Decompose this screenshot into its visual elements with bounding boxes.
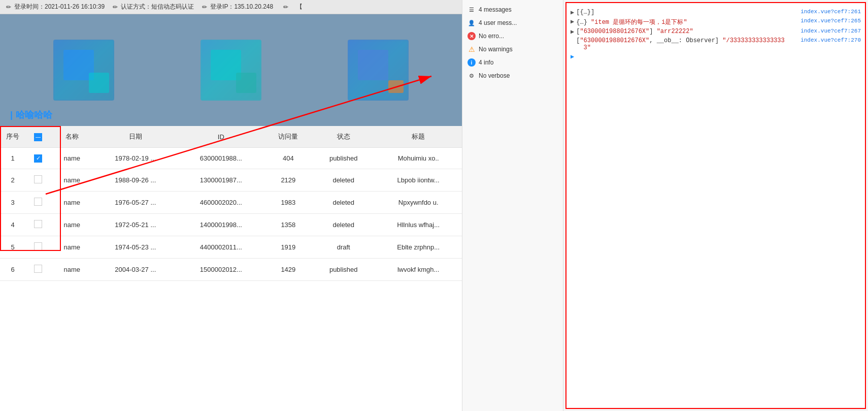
cell-visits: 404 xyxy=(264,148,313,169)
toggle-3[interactable]: ▶ xyxy=(571,28,574,36)
header-visits: 访问量 xyxy=(264,126,313,148)
select-all-checkbox[interactable] xyxy=(34,133,42,141)
edit-icon-auth: ✏ xyxy=(113,4,118,11)
cell-checkbox[interactable] xyxy=(25,258,51,280)
cell-name: name xyxy=(51,258,93,280)
table-row: 4name1972-05-21 ...1400001998...1358dele… xyxy=(0,213,462,236)
table-row: 6name2004-03-27 ...1500002012...1429publ… xyxy=(0,258,462,280)
row-checkbox[interactable] xyxy=(34,265,42,273)
toggle-5[interactable]: ▶ xyxy=(571,53,574,60)
cell-name: name xyxy=(51,148,93,169)
cell-date: 1978-02-19 ... xyxy=(93,148,178,169)
list-icon: ☰ xyxy=(468,6,476,14)
header-title: 标题 xyxy=(375,126,462,148)
console-label-user: 4 user mess... xyxy=(479,19,558,26)
console-filter-list: ☰4 messages👤4 user mess...✕No erro...⚠No… xyxy=(462,3,563,82)
cell-checkbox[interactable]: ✓ xyxy=(25,148,51,169)
bracket-text: 【 xyxy=(296,3,303,11)
cell-date: 1974-05-23 ... xyxy=(93,236,178,258)
table-row: 5name1974-05-23 ...4400002011...1919draf… xyxy=(0,236,462,258)
code-content-1: [{…}] xyxy=(576,9,798,16)
row-checkbox[interactable] xyxy=(34,175,42,183)
cell-date: 1988-09-26 ... xyxy=(93,169,178,191)
code-content-4: index.vue?cef7:270 ["6300001988012676X",… xyxy=(576,37,861,51)
cell-visits: 1983 xyxy=(264,191,313,213)
code-link-1[interactable]: index.vue?cef7:261 xyxy=(800,9,861,15)
table-row: 3name1976-05-27 ...4600002020...1983dele… xyxy=(0,191,462,213)
hero-section: 哈喻哈哈 xyxy=(0,14,462,126)
header-select[interactable] xyxy=(25,126,51,148)
cell-num: 1 xyxy=(0,148,25,169)
auth-method: ✏ 认证方式：短信动态码认证 xyxy=(113,3,194,11)
code-line-4: index.vue?cef7:270 ["6300001988012676X",… xyxy=(571,37,861,51)
cell-status: published xyxy=(312,258,375,280)
row-checkbox[interactable] xyxy=(34,198,42,206)
cell-name: name xyxy=(51,213,93,236)
cell-num: 2 xyxy=(0,169,25,191)
code-link-4[interactable]: index.vue?cef7:270 xyxy=(800,37,861,43)
cell-checkbox[interactable] xyxy=(25,236,51,258)
console-item-info[interactable]: i4 info xyxy=(462,56,563,69)
console-label-list: 4 messages xyxy=(479,6,558,13)
header-status: 状态 xyxy=(312,126,375,148)
top-bar: ✏ 登录时间：2021-011-26 16:10:39 ✏ 认证方式：短信动态码… xyxy=(0,0,462,14)
table-body: 1✓name1978-02-19 ...6300001988...404publ… xyxy=(0,148,462,281)
toggle-2[interactable]: ▶ xyxy=(571,18,574,25)
cell-status: draft xyxy=(312,236,375,258)
console-item-error[interactable]: ✕No erro... xyxy=(462,29,563,43)
cell-visits: 2129 xyxy=(264,169,313,191)
cell-num: 4 xyxy=(0,213,25,236)
cell-title: Lbpob iiontw... xyxy=(375,169,462,191)
cell-visits: 1429 xyxy=(264,258,313,280)
cell-date: 1976-05-27 ... xyxy=(93,191,178,213)
table-row: 1✓name1978-02-19 ...6300001988...404publ… xyxy=(0,148,462,169)
info-icon: i xyxy=(468,58,476,67)
row-checkbox[interactable] xyxy=(34,242,42,250)
cell-title: Hllnlus wfhaj... xyxy=(375,213,462,236)
console-label-warning: No warnings xyxy=(479,46,558,53)
toggle-1[interactable]: ▶ xyxy=(571,9,574,16)
code-line-1: ▶ [{…}] index.vue?cef7:261 xyxy=(571,9,861,16)
code-link-3[interactable]: index.vue?cef7:267 xyxy=(800,28,861,34)
cell-checkbox[interactable] xyxy=(25,213,51,236)
login-time: ✏ 登录时间：2021-011-26 16:10:39 xyxy=(6,3,105,11)
cell-num: 3 xyxy=(0,191,25,213)
cell-num: 5 xyxy=(0,236,25,258)
console-item-user[interactable]: 👤4 user mess... xyxy=(462,16,563,29)
data-table-area: 序号 名称 日期 ID 访问量 状态 标题 1✓name1978-02-1 xyxy=(0,126,462,411)
cell-visits: 1919 xyxy=(264,236,313,258)
cell-name: name xyxy=(51,169,93,191)
edit-icon-ip: ✏ xyxy=(202,4,207,11)
console-label-verbose: No verbose xyxy=(479,72,558,79)
cell-date: 1972-05-21 ... xyxy=(93,213,178,236)
console-item-warning[interactable]: ⚠No warnings xyxy=(462,43,563,56)
cell-id: 1500002012... xyxy=(178,258,264,280)
cell-status: deleted xyxy=(312,169,375,191)
user-icon: 👤 xyxy=(468,19,476,27)
code-output-panel: ▶ [{…}] index.vue?cef7:261 ▶ {…} "item 是… xyxy=(565,2,866,409)
cell-status: deleted xyxy=(312,191,375,213)
console-item-list[interactable]: ☰4 messages xyxy=(462,3,563,16)
code-content-2: {…} "item 是循环的每一项，i是下标" xyxy=(576,18,798,26)
console-label-info: 4 info xyxy=(479,59,558,66)
code-link-2[interactable]: index.vue?cef7:265 xyxy=(800,18,861,24)
login-ip: ✏ 登录IP：135.10.20.248 xyxy=(202,3,273,11)
cell-id: 4400002011... xyxy=(178,236,264,258)
row-checkbox[interactable]: ✓ xyxy=(34,154,42,163)
data-table: 序号 名称 日期 ID 访问量 状态 标题 1✓name1978-02-1 xyxy=(0,126,462,281)
cell-visits: 1358 xyxy=(264,213,313,236)
table-header-row: 序号 名称 日期 ID 访问量 状态 标题 xyxy=(0,126,462,148)
cell-title: Npxywnfdo u. xyxy=(375,191,462,213)
console-item-verbose[interactable]: ⚙No verbose xyxy=(462,69,563,82)
header-name: 名称 xyxy=(51,126,93,148)
row-checkbox[interactable] xyxy=(34,220,42,228)
hero-block-2 xyxy=(201,40,261,101)
cell-checkbox[interactable] xyxy=(25,191,51,213)
edit-icon-extra: ✏ xyxy=(283,4,288,11)
cell-status: deleted xyxy=(312,213,375,236)
code-content-3: ["6300001988012676X"] "arr22222" xyxy=(576,28,798,35)
console-panel: ☰4 messages👤4 user mess...✕No erro...⚠No… xyxy=(462,0,563,411)
cell-checkbox[interactable] xyxy=(25,169,51,191)
code-line-3: ▶ ["6300001988012676X"] "arr22222" index… xyxy=(571,28,861,36)
code-line-2: ▶ {…} "item 是循环的每一项，i是下标" index.vue?cef7… xyxy=(571,18,861,26)
